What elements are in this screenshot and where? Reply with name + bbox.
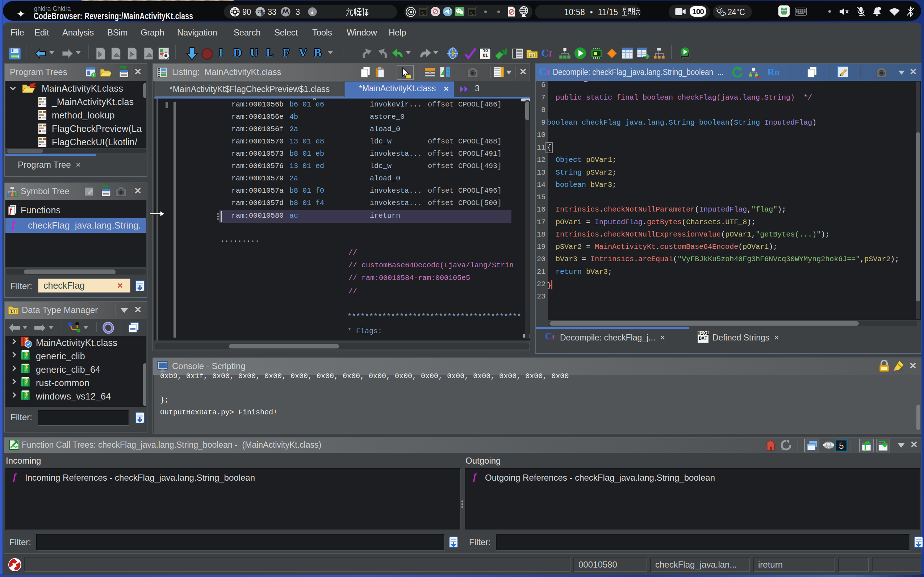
svg-text:>_: >_ <box>421 11 425 15</box>
svg-text:DT: DT <box>11 309 16 313</box>
svg-text:DT: DT <box>530 53 535 57</box>
svg-text:>_: >_ <box>470 11 473 15</box>
